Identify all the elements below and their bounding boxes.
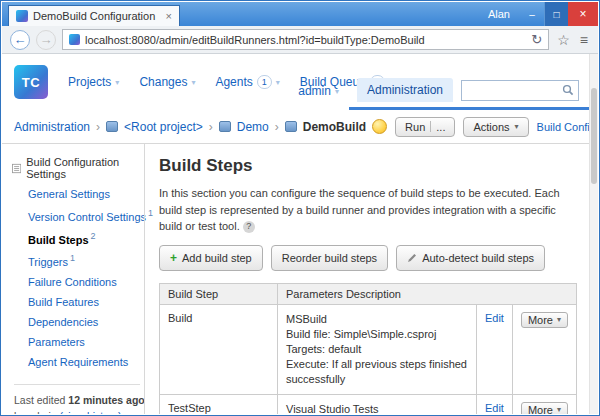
window-controls: Alan – □ ×	[488, 2, 598, 26]
chevron-down-icon: ▾	[557, 315, 561, 324]
nav-changes[interactable]: Changes ▾	[139, 75, 195, 89]
step-more-cell: More ▾	[512, 394, 576, 414]
url-box[interactable]: ↻	[62, 29, 549, 50]
sidebar-item-triggers[interactable]: Triggers1	[28, 253, 140, 268]
search-icon	[562, 84, 574, 96]
edit-link[interactable]: Edit	[485, 402, 504, 414]
sidebar-item-dependencies[interactable]: Dependencies	[28, 316, 140, 328]
edit-link[interactable]: Edit	[485, 312, 504, 324]
search-box[interactable]	[461, 80, 579, 101]
user-menu-link[interactable]: admin ▾	[298, 84, 339, 98]
run-options-icon[interactable]: ...	[436, 121, 445, 133]
add-build-step-button[interactable]: + Add build step	[159, 245, 263, 271]
step-param-line: Build file: Simple\Simple.csproj	[286, 327, 468, 342]
user-name: admin	[298, 84, 331, 98]
nav-agents[interactable]: Agents 1 ▾	[215, 75, 279, 89]
page-scrollbar[interactable]	[589, 54, 598, 414]
breadcrumb-demo[interactable]: Demo	[237, 120, 269, 134]
breadcrumb-root-project[interactable]: <Root project>	[124, 120, 203, 134]
back-button[interactable]: ←	[10, 30, 30, 50]
step-parameters: Visual Studio Tests Test engine: VSTest …	[278, 394, 477, 414]
column-header-parameters: Parameters Description	[278, 283, 577, 304]
forward-button[interactable]: →	[36, 30, 56, 50]
refresh-icon[interactable]: ↻	[531, 32, 542, 47]
minimize-button[interactable]: –	[520, 2, 544, 26]
step-edit-cell: Edit	[476, 394, 512, 414]
step-param-line: Targets: default	[286, 342, 468, 357]
breadcrumb-actions: Run ... Actions ▾ Build Configuration Ho…	[372, 117, 589, 137]
url-input[interactable]	[85, 34, 526, 46]
run-button[interactable]: Run ...	[395, 117, 455, 137]
build-step-actions: + Add build step Reorder build steps Aut…	[159, 245, 577, 271]
admin-tab-group: Administration	[349, 78, 589, 110]
more-button[interactable]: More ▾	[521, 402, 568, 415]
scrollbar-thumb[interactable]	[591, 88, 597, 184]
count-badge: 1	[70, 253, 75, 263]
help-icon[interactable]: ?	[243, 221, 255, 233]
breadcrumb-separator: ›	[96, 120, 100, 134]
browser-tab[interactable]: DemoBuild Configuration ×	[8, 5, 180, 26]
run-label: Run	[405, 121, 425, 133]
last-edited-label: Last edited	[14, 394, 65, 406]
chevron-down-icon: ▾	[115, 78, 119, 87]
auto-detect-build-steps-button[interactable]: Auto-detect build steps	[396, 245, 545, 271]
chevron-down-icon: ▾	[335, 87, 339, 96]
sidebar-item-agent-requirements[interactable]: Agent Requirements	[28, 356, 140, 368]
browser-window: DemoBuild Configuration × Alan – □ × ← →…	[0, 0, 600, 416]
actions-button[interactable]: Actions ▾	[463, 117, 528, 137]
main-content: Build Steps In this section you can conf…	[144, 144, 589, 414]
step-parameters: MSBuild Build file: Simple\Simple.csproj…	[278, 304, 477, 394]
build-config-home-link[interactable]: Build Configuration Home	[537, 121, 589, 133]
table-header-row: Build Step Parameters Description	[160, 283, 577, 304]
chevron-down-icon: ▾	[276, 78, 280, 87]
sidebar-title-label: Build Configuration Settings	[26, 156, 140, 180]
sidebar-item-failure-conditions[interactable]: Failure Conditions	[28, 276, 140, 288]
page-body: Build Configuration Settings General Set…	[2, 144, 589, 414]
last-edited-info: Last edited 12 minutes ago by admin (vie…	[14, 384, 140, 414]
breadcrumb: Administration › <Root project> › Demo ›…	[2, 110, 589, 144]
page: TC Projects ▾ Changes ▾ Agents 1 ▾ Build…	[2, 54, 589, 414]
step-name: Build	[160, 304, 278, 394]
nav-projects[interactable]: Projects ▾	[68, 75, 119, 89]
settings-tree-icon	[12, 163, 21, 174]
sidebar-item-build-features[interactable]: Build Features	[28, 296, 140, 308]
more-button[interactable]: More ▾	[521, 312, 568, 328]
tab-close-icon[interactable]: ×	[166, 10, 172, 22]
search-input[interactable]	[466, 84, 562, 96]
step-name: TestStep	[160, 394, 278, 414]
chevron-down-icon: ▾	[557, 405, 561, 414]
sidebar-item-parameters[interactable]: Parameters	[28, 336, 140, 348]
sidebar-item-build-steps[interactable]: Build Steps2	[28, 231, 140, 246]
reorder-build-steps-button[interactable]: Reorder build steps	[271, 245, 388, 271]
project-icon	[219, 121, 231, 132]
sidebar-item-general-settings[interactable]: General Settings	[28, 188, 140, 200]
restore-button[interactable]: □	[544, 2, 568, 26]
step-edit-cell: Edit	[476, 304, 512, 394]
favorites-star-icon[interactable]: ☆	[555, 32, 572, 48]
tab-administration[interactable]: Administration	[357, 78, 453, 102]
close-button[interactable]: ×	[568, 2, 598, 26]
step-more-cell: More ▾	[512, 304, 576, 394]
breadcrumb-administration[interactable]: Administration	[14, 120, 90, 134]
sidebar-item-version-control-settings[interactable]: Version Control Settings1	[28, 208, 140, 223]
breadcrumb-separator: ›	[209, 120, 213, 134]
window-titlebar[interactable]: DemoBuild Configuration × Alan – □ ×	[2, 2, 598, 26]
chevron-down-icon: ▾	[515, 122, 519, 131]
plus-icon: +	[170, 251, 177, 265]
last-edited-by: by admin	[14, 410, 57, 414]
teamcity-logo[interactable]: TC	[14, 65, 48, 99]
windows-user-label: Alan	[488, 8, 510, 20]
agents-count-badge: 1	[257, 75, 272, 89]
sidebar-title: Build Configuration Settings	[12, 156, 140, 180]
view-history-link[interactable]: (view history)	[60, 410, 122, 414]
pencil-icon	[407, 253, 417, 263]
hint-lightbulb-icon[interactable]	[372, 119, 387, 134]
build-config-icon	[285, 121, 297, 132]
project-icon	[106, 121, 118, 132]
nav-label: Agents	[215, 75, 252, 89]
section-description: In this section you can configure the se…	[159, 185, 577, 235]
breadcrumb-separator: ›	[275, 120, 279, 134]
count-badge: 2	[91, 231, 96, 241]
header-right: admin ▾ Administration	[298, 78, 589, 110]
menu-icon[interactable]: ≡	[578, 32, 590, 48]
